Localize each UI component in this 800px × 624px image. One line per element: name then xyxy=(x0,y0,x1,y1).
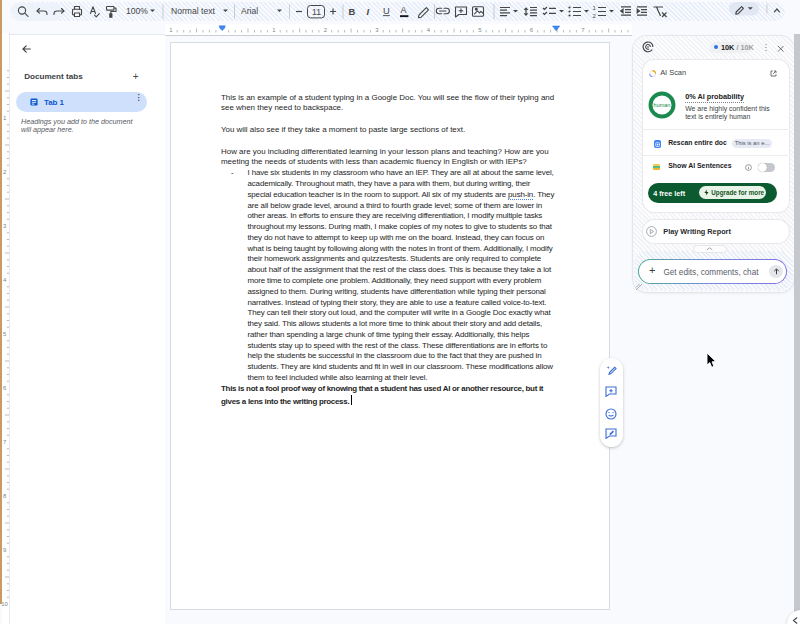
svg-text:Arial: Arial xyxy=(241,6,258,16)
svg-text:1: 1 xyxy=(593,5,597,11)
svg-text:11: 11 xyxy=(312,7,321,17)
svg-text:human: human xyxy=(653,102,670,108)
svg-text:B: B xyxy=(349,6,356,17)
svg-text:10: 10 xyxy=(1,601,8,607)
svg-text:I: I xyxy=(367,6,370,17)
svg-text:A: A xyxy=(401,5,407,15)
svg-text:100%: 100% xyxy=(126,6,148,16)
svg-text:U: U xyxy=(383,5,390,16)
svg-text:Normal text: Normal text xyxy=(171,6,216,16)
svg-text:2: 2 xyxy=(593,13,597,19)
